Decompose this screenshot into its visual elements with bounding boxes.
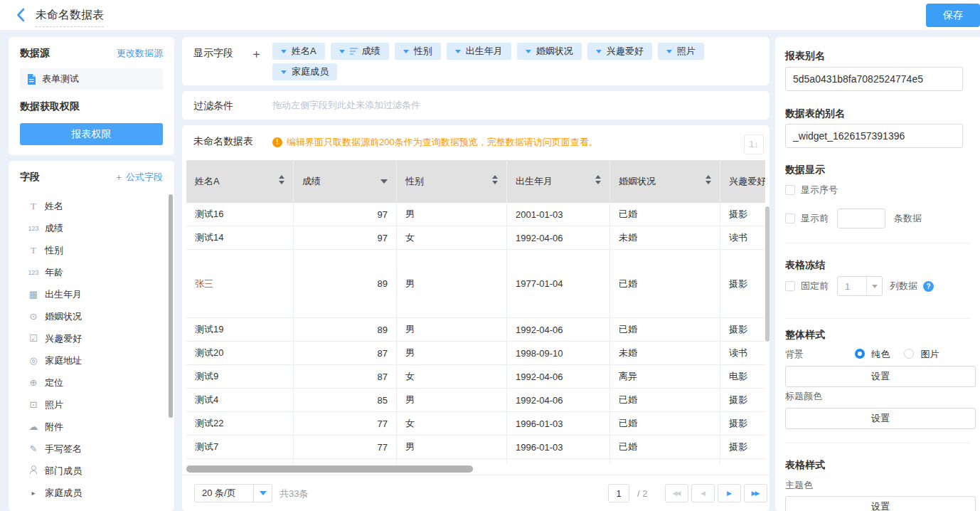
sort-order-button[interactable]: 1↓	[744, 135, 764, 154]
show-first-row: 显示前 条数据	[785, 209, 922, 228]
field-item[interactable]: ▦出生年月	[20, 283, 163, 305]
add-display-field-button[interactable]: ＋	[250, 46, 262, 62]
column-header[interactable]: 成绩	[294, 160, 397, 203]
column-header-label: 婚姻状况	[619, 175, 656, 188]
next-page-button[interactable]: ▶	[718, 484, 741, 502]
sort-toggle-icon[interactable]	[279, 175, 284, 184]
divider	[785, 243, 970, 243]
table-title: 未命名数据表	[193, 135, 253, 148]
first-page-button[interactable]: ◀◀	[665, 484, 688, 502]
subform-expand-icon: ▸	[26, 489, 41, 497]
sort-toggle-icon[interactable]	[595, 175, 601, 184]
warning-icon: !	[272, 137, 282, 147]
report-permission-button[interactable]: 报表权限	[20, 123, 163, 145]
save-button[interactable]: 保存	[926, 4, 980, 27]
column-header[interactable]: 姓名A	[186, 160, 294, 203]
display-field-chip[interactable]: 出生年月	[447, 43, 511, 60]
report-alias-input[interactable]	[785, 67, 963, 91]
table-alias-input[interactable]	[785, 124, 963, 148]
table-vertical-scrollbar[interactable]	[765, 206, 769, 342]
field-item[interactable]: 123年龄	[20, 261, 163, 283]
datasource-item[interactable]: 表单测试	[20, 68, 163, 90]
field-item[interactable]: 123成绩	[20, 217, 163, 239]
table-cell: 摄影	[720, 412, 765, 435]
display-field-chip[interactable]: 照片	[658, 43, 704, 60]
display-field-chip[interactable]: 性别	[395, 43, 441, 60]
table-cell: 89	[294, 318, 397, 341]
help-icon[interactable]: ?	[923, 281, 934, 292]
table-cell: 女	[397, 365, 507, 388]
display-field-chip[interactable]: 姓名A	[272, 43, 325, 60]
table-cell: 已婚	[610, 250, 720, 317]
field-item[interactable]: 部门成员	[20, 460, 163, 482]
sort-desc-lines-icon	[350, 47, 358, 56]
display-field-chip[interactable]: 婚姻状况	[517, 43, 582, 60]
display-field-chip-label: 性别	[414, 45, 432, 58]
background-set-button[interactable]: 设置	[785, 366, 976, 387]
field-item[interactable]: ⊙婚姻状况	[20, 305, 163, 327]
page-title[interactable]: 未命名数据表	[36, 8, 104, 27]
show-index-checkbox[interactable]	[785, 185, 795, 195]
display-field-chip-label: 照片	[677, 45, 696, 58]
display-field-chip[interactable]: 成绩	[331, 43, 389, 60]
display-field-chip[interactable]: 家庭成员	[272, 63, 337, 80]
field-item[interactable]: ✎手写签名	[20, 438, 163, 460]
freeze-suffix: 列数据	[890, 280, 917, 293]
column-header[interactable]: 婚姻状况	[610, 160, 720, 203]
show-first-count-input[interactable]	[837, 209, 885, 228]
field-list: T姓名123成绩T性别123年龄▦出生年月⊙婚姻状况☑兴趣爱好◎家庭地址⊕定位⊡…	[20, 195, 163, 504]
chevron-down-icon	[872, 285, 878, 288]
field-item[interactable]: ☑兴趣爱好	[20, 327, 163, 349]
column-header[interactable]: 兴趣爱好	[720, 160, 765, 203]
table-cell: 89	[294, 250, 397, 317]
display-field-chip-label: 家庭成员	[292, 65, 329, 78]
last-page-button[interactable]: ▶▶	[744, 484, 767, 502]
field-item[interactable]: ◎家庭地址	[20, 349, 163, 372]
field-item-label: 手写签名	[45, 443, 82, 455]
theme-color-set-button[interactable]: 设置	[785, 496, 976, 511]
filter-dropzone-placeholder[interactable]: 拖动左侧字段到此处来添加过滤条件	[272, 91, 420, 120]
table-horizontal-scrollbar[interactable]	[186, 465, 473, 473]
column-header[interactable]: 性别	[397, 160, 507, 203]
field-item[interactable]: T姓名	[20, 195, 163, 217]
sort-toggle-icon[interactable]	[705, 175, 711, 184]
table-cell: 男	[397, 250, 507, 317]
chevron-down-icon	[281, 70, 287, 74]
prev-page-button[interactable]: ◀	[691, 484, 715, 502]
table-body: 测试1697男2001-01-03已婚摄影测试1497女1992-04-06未婚…	[186, 203, 765, 464]
table-cell: 张三	[186, 250, 294, 317]
table-cell: 测试17	[186, 459, 294, 464]
page-number-input[interactable]	[608, 484, 629, 502]
freeze-count-select[interactable]: 1	[837, 276, 883, 296]
table-row: 测试1771女1992-04-06未婚读书	[186, 459, 765, 464]
chevron-down-icon	[403, 50, 409, 53]
sort-toggle-icon[interactable]	[492, 175, 498, 184]
field-item[interactable]: T性别	[20, 239, 163, 261]
signature-field-icon: ✎	[26, 443, 41, 454]
table-cell: 未婚	[610, 459, 720, 464]
display-field-chip-label: 婚姻状况	[536, 45, 573, 58]
fields-title: 字段	[20, 171, 40, 184]
field-item[interactable]: ☁附件	[20, 416, 163, 438]
display-field-chip-label: 兴趣爱好	[607, 45, 644, 58]
add-formula-field-link[interactable]: ＋ 公式字段	[114, 171, 163, 184]
page-size-select[interactable]: 20 条/页	[194, 484, 272, 502]
field-item[interactable]: ⊡照片	[20, 394, 163, 416]
checkbox-field-icon: ☑	[26, 333, 41, 344]
change-datasource-link[interactable]: 更改数据源	[117, 47, 163, 60]
field-item[interactable]: ⊕定位	[20, 372, 163, 394]
show-first-checkbox[interactable]	[785, 214, 795, 223]
table-cell: 离异	[610, 365, 720, 388]
display-field-chip[interactable]: 兴趣爱好	[587, 43, 652, 60]
fields-scrollbar[interactable]	[169, 194, 173, 418]
back-icon[interactable]	[16, 8, 27, 22]
table-cell: 1992-04-06	[507, 459, 610, 464]
image-radio[interactable]	[904, 349, 914, 359]
freeze-checkbox[interactable]	[785, 281, 795, 291]
sort-desc-icon[interactable]	[380, 179, 388, 184]
table-row: 张三89男1977-01-04已婚摄影	[186, 250, 765, 318]
column-header[interactable]: 出生年月	[507, 160, 610, 203]
solid-color-radio[interactable]	[855, 349, 865, 359]
title-color-set-button[interactable]: 设置	[785, 408, 976, 429]
field-item[interactable]: ▸家庭成员	[20, 482, 163, 504]
